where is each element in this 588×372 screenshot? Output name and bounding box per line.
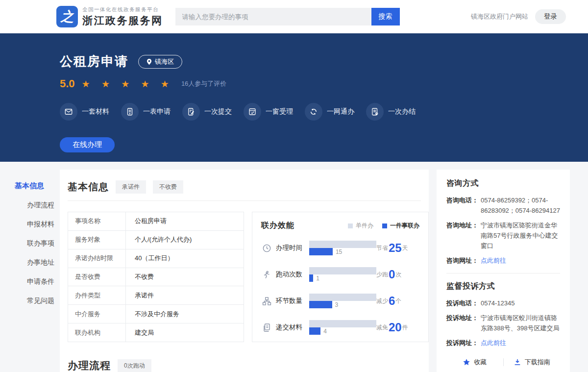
feature-label: 一网通办 xyxy=(327,107,354,116)
nav-item-address[interactable]: 办事地址 xyxy=(15,258,60,267)
feature-item: 一网通办 xyxy=(305,103,354,121)
row-label: 事项名称 xyxy=(68,212,126,231)
district-badge[interactable]: 镇海区 xyxy=(138,55,182,69)
window-check-icon xyxy=(244,103,261,121)
bar-single xyxy=(309,320,376,327)
search-input[interactable] xyxy=(175,8,371,25)
row-label: 投诉网址： xyxy=(446,338,481,348)
consult-address-row: 咨询地址： 宁波市镇海区骆驼街道金华南路57号行政服务中心建交窗口 xyxy=(446,220,560,251)
feature-label: 一次提交 xyxy=(204,107,232,116)
go-there-link[interactable]: 点此前往 xyxy=(481,338,506,348)
doc-bell-icon xyxy=(366,103,384,121)
saving-label: 减免20件 xyxy=(376,321,419,334)
page: 之 全国一体化在线政务服务平台 浙江政务服务网 搜索 镇海区政府门户网站 登录 … xyxy=(0,0,588,372)
nav-item-joint-items[interactable]: 联办事项 xyxy=(15,239,60,248)
top-bar: 之 全国一体化在线政务服务平台 浙江政务服务网 搜索 镇海区政府门户网站 登录 xyxy=(0,0,588,33)
joint-efficiency-panel: 联办效能 单件办 一件事联办 办理时间 xyxy=(252,212,429,342)
chart-row-materials: 递交材料 4 减免20件 xyxy=(261,318,419,337)
page-title: 公租房申请 xyxy=(60,53,128,70)
row-value: 0574-86259392；0574-86283092；0574-8629412… xyxy=(481,195,560,216)
chart-row-label: 环节数量 xyxy=(276,297,307,305)
efficiency-title: 联办效能 xyxy=(261,221,294,231)
row-label: 中介服务 xyxy=(68,305,126,323)
bar-joint xyxy=(309,248,333,255)
consult-phone-row: 咨询电话： 0574-86259392；0574-86283092；0574-8… xyxy=(446,195,560,216)
nav-item-basic-info[interactable]: 基本信息 xyxy=(15,181,60,191)
bar-value: 1 xyxy=(316,275,319,282)
row-label: 咨询网址： xyxy=(446,255,481,266)
row-label: 咨询电话： xyxy=(446,195,481,216)
complaint-phone-row: 投诉电话： 0574-12345 xyxy=(446,298,560,308)
saving-label: 减少6个 xyxy=(376,294,419,308)
flow-icon xyxy=(261,297,272,306)
row-value: 宁波市镇海区骆驼街道金华南路57号行政服务中心建交窗口 xyxy=(481,220,560,251)
bar-value: 15 xyxy=(336,248,342,255)
bar-joint xyxy=(309,274,313,282)
table-row: 服务对象个人/(允许个人代办) xyxy=(68,230,244,249)
table-row: 承诺办结时限40（工作日） xyxy=(68,249,244,268)
nav-item-faq[interactable]: 常见问题 xyxy=(15,297,60,305)
rating-count: 16人参与了评价 xyxy=(181,79,226,88)
star-icon xyxy=(463,358,470,366)
main-content-card: 基本信息 承诺件 不收费 事项名称公租房申请 服务对象个人/(允许个人代办) 承… xyxy=(60,170,429,372)
bar-value: 3 xyxy=(335,301,339,308)
feature-item: 一表申请 xyxy=(121,103,171,121)
consult-website-row: 咨询网址： 点此前往 xyxy=(446,255,560,266)
feature-item: 一次提交 xyxy=(182,103,232,121)
chart-legend: 单件办 一件事联办 xyxy=(339,222,419,230)
clock-icon xyxy=(261,244,272,253)
row-value: 承诺件 xyxy=(126,286,244,305)
row-label: 办件类型 xyxy=(68,286,126,305)
feature-label: 一套材料 xyxy=(82,107,109,116)
rating-stars-icon: ★ ★ ★ ★ ★ xyxy=(82,78,173,90)
nav-item-materials[interactable]: 申报材料 xyxy=(15,220,60,229)
nav-item-conditions[interactable]: 申请条件 xyxy=(15,277,60,286)
portal-link[interactable]: 镇海区政府门户网站 xyxy=(471,12,528,21)
logo-icon: 之 xyxy=(56,6,78,27)
legend-joint: 一件事联办 xyxy=(382,222,419,230)
contact-card: 咨询方式 咨询电话： 0574-86259392；0574-86283092；0… xyxy=(437,170,570,372)
download-guide-button[interactable]: 下载指南 xyxy=(504,358,561,367)
feature-item: 一套材料 xyxy=(60,103,109,121)
row-label: 咨询地址： xyxy=(446,220,481,251)
online-apply-button[interactable]: 在线办理 xyxy=(60,137,115,152)
saving-label: 节省25天 xyxy=(376,241,419,255)
chart-row-label: 递交材料 xyxy=(276,323,307,332)
bar-single xyxy=(309,241,376,248)
row-value: 公租房申请 xyxy=(126,212,244,231)
favorite-button[interactable]: 收藏 xyxy=(446,358,503,367)
form-icon xyxy=(121,103,139,121)
go-there-link[interactable]: 点此前往 xyxy=(481,255,506,266)
complaint-address-row: 投诉地址： 宁波市镇海区蛟川街道镇骆东路388号、398号区建交局 xyxy=(446,313,560,333)
table-row: 事项名称公租房申请 xyxy=(68,212,244,231)
search-button[interactable]: 搜索 xyxy=(371,8,400,25)
search-box: 搜索 xyxy=(175,8,400,25)
login-button[interactable]: 登录 xyxy=(535,9,566,24)
nav-item-process[interactable]: 办理流程 xyxy=(15,201,60,210)
site-logo[interactable]: 之 全国一体化在线政务服务平台 浙江政务服务网 xyxy=(56,6,163,27)
process-title: 办理流程 xyxy=(68,359,111,372)
row-value: 建交局 xyxy=(126,323,244,342)
favorite-label: 收藏 xyxy=(474,358,487,367)
row-value: 宁波市镇海区蛟川街道镇骆东路388号、398号区建交局 xyxy=(481,313,560,333)
location-pin-icon xyxy=(147,58,152,65)
basic-info-title: 基本信息 xyxy=(68,180,109,194)
row-label: 是否收费 xyxy=(68,268,126,286)
feature-label: 一表申请 xyxy=(143,107,171,116)
edit-doc-icon xyxy=(182,103,200,121)
papers-icon xyxy=(261,323,272,332)
chart-row-label: 跑动次数 xyxy=(276,270,307,279)
divider xyxy=(446,273,560,273)
feature-label: 一窗受理 xyxy=(266,107,293,116)
legend-single: 单件办 xyxy=(348,222,373,230)
runner-icon xyxy=(261,270,272,279)
download-icon xyxy=(514,358,521,366)
legend-square-gray xyxy=(348,223,353,228)
complaint-website-row: 投诉网址： 点此前往 xyxy=(446,338,560,348)
envelope-icon xyxy=(60,103,77,121)
bar-single xyxy=(309,294,376,301)
chart-row-time: 办理时间 15 节省25天 xyxy=(261,239,419,257)
saving-label: 少跑0次 xyxy=(376,268,419,281)
row-label: 联办机构 xyxy=(68,323,126,342)
bar-single xyxy=(309,267,376,274)
